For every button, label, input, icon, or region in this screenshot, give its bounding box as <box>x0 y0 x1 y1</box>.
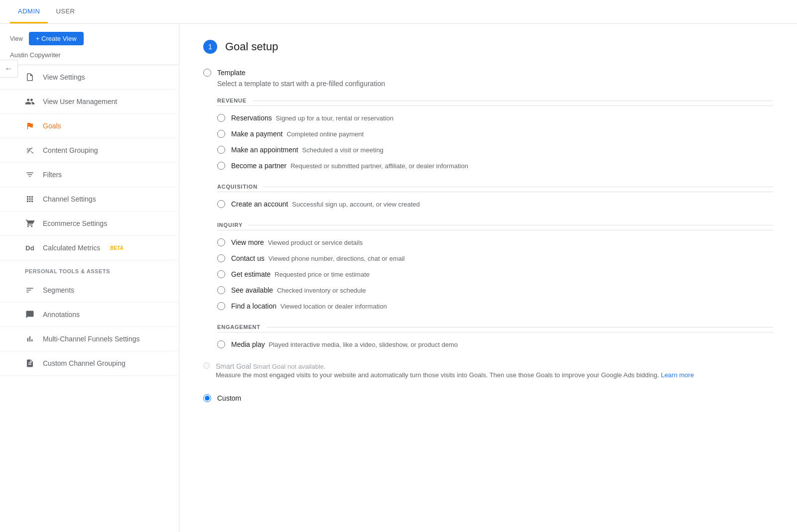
nav-admin[interactable]: ADMIN <box>10 0 48 23</box>
funnels-icon <box>25 334 35 344</box>
become-a-partner-radio[interactable] <box>217 162 225 170</box>
become-a-partner-label: Become a partner <box>231 162 286 170</box>
template-section: Select a template to start with a pre-fi… <box>217 80 773 352</box>
reservations-label: Reservations <box>231 114 272 122</box>
goal-setup-title: Goal setup <box>225 40 278 53</box>
sidebar-header: View + Create View <box>0 24 179 49</box>
sidebar-label-channel-settings: Channel Settings <box>43 195 96 203</box>
see-available-label: See available <box>231 286 273 294</box>
goal-option-see-available: See available Checked inventory or sched… <box>217 282 773 298</box>
back-button[interactable]: ← <box>0 60 18 78</box>
sidebar-item-goals[interactable]: Goals <box>0 114 179 138</box>
sidebar-label-calculated-metrics: Calculated Metrics <box>43 244 100 252</box>
beta-badge: BETA <box>110 245 123 251</box>
smart-goal-note: Smart Goal not available. <box>253 363 326 370</box>
step-badge: 1 <box>203 40 217 54</box>
filter-icon <box>25 170 35 180</box>
top-nav: ADMIN USER <box>0 0 797 24</box>
category-label-revenue: REVENUE <box>217 98 773 106</box>
category-engagement: ENGAGEMENT Media play Played interactive… <box>217 324 773 352</box>
sidebar-label-goals: Goals <box>43 122 61 130</box>
make-a-payment-radio[interactable] <box>217 130 225 138</box>
create-view-button[interactable]: + Create View <box>29 32 84 45</box>
sidebar-item-annotations[interactable]: Annotations <box>0 303 179 327</box>
goal-option-make-a-payment: Make a payment Completed online payment <box>217 126 773 142</box>
custom-radio[interactable] <box>203 394 211 402</box>
goal-option-get-estimate: Get estimate Requested price or time est… <box>217 266 773 282</box>
find-a-location-desc: Viewed location or dealer information <box>280 303 387 310</box>
reservations-radio[interactable] <box>217 114 225 122</box>
category-label-engagement: ENGAGEMENT <box>217 324 773 332</box>
media-play-radio[interactable] <box>217 340 225 348</box>
make-a-payment-label: Make a payment <box>231 130 283 138</box>
view-label: View <box>10 35 23 42</box>
media-play-label: Media play <box>231 340 265 348</box>
goal-option-reservations: Reservations Signed up for a tour, renta… <box>217 110 773 126</box>
main-content: 1 Goal setup Template Select a template … <box>179 24 797 532</box>
find-a-location-radio[interactable] <box>217 302 225 310</box>
annotations-icon <box>25 310 35 319</box>
template-subtitle: Select a template to start with a pre-fi… <box>217 80 773 88</box>
get-estimate-desc: Requested price or time estimate <box>274 271 370 278</box>
account-name: Austin Copywriter <box>0 49 179 65</box>
sidebar-item-ecommerce-settings[interactable]: Ecommerce Settings <box>0 212 179 236</box>
view-more-label: View more <box>231 238 264 246</box>
metrics-icon: Dd <box>25 243 35 253</box>
document-icon <box>25 72 35 82</box>
smart-goal-content: Smart Goal Smart Goal not available. Mea… <box>216 362 694 386</box>
custom-channel-icon <box>25 358 35 368</box>
template-option-row: Template <box>203 66 773 80</box>
back-icon: ← <box>5 64 13 73</box>
sidebar-item-view-settings[interactable]: View Settings <box>0 65 179 90</box>
goal-option-contact-us: Contact us Viewed phone number, directio… <box>217 250 773 266</box>
sidebar-label-content-grouping: Content Grouping <box>43 146 98 154</box>
create-an-account-radio[interactable] <box>217 200 225 208</box>
get-estimate-label: Get estimate <box>231 270 270 278</box>
segments-icon <box>25 285 35 295</box>
goal-option-create-an-account: Create an account Successful sign up, ac… <box>217 196 773 212</box>
sidebar-label-segments: Segments <box>43 286 74 294</box>
smart-goal-label: Smart Goal <box>216 362 251 370</box>
sidebar-label-multi-channel-funnels: Multi-Channel Funnels Settings <box>43 335 140 343</box>
sidebar-item-channel-settings[interactable]: Channel Settings <box>0 187 179 212</box>
create-an-account-label: Create an account <box>231 200 288 208</box>
make-an-appointment-label: Make an appointment <box>231 146 298 154</box>
view-more-radio[interactable] <box>217 238 225 246</box>
sidebar-item-user-management[interactable]: View User Management <box>0 90 179 114</box>
sidebar-item-custom-channel-grouping[interactable]: Custom Channel Grouping <box>0 351 179 376</box>
sidebar-label-custom-channel-grouping: Custom Channel Grouping <box>43 359 126 367</box>
template-label: Template <box>217 69 246 77</box>
personal-tools-section-label: PERSONAL TOOLS & ASSETS <box>0 260 179 278</box>
flag-icon <box>25 121 35 131</box>
goal-option-make-an-appointment: Make an appointment Scheduled a visit or… <box>217 142 773 158</box>
become-a-partner-desc: Requested or submitted partner, affiliat… <box>290 162 468 170</box>
make-an-appointment-desc: Scheduled a visit or meeting <box>302 146 384 154</box>
cart-icon <box>25 218 35 228</box>
smart-goal-desc: Measure the most engaged visits to your … <box>216 370 694 380</box>
sidebar-label-view-settings: View Settings <box>43 73 85 81</box>
custom-option-row: Custom <box>203 394 773 402</box>
sidebar: View + Create View Austin Copywriter ← V… <box>0 24 179 532</box>
sidebar-item-segments[interactable]: Segments <box>0 278 179 303</box>
sidebar-item-calculated-metrics[interactable]: Dd Calculated Metrics BETA <box>0 236 179 260</box>
template-radio[interactable] <box>203 69 211 77</box>
goal-option-media-play: Media play Played interactive media, lik… <box>217 336 773 352</box>
see-available-radio[interactable] <box>217 286 225 294</box>
make-an-appointment-radio[interactable] <box>217 146 225 154</box>
scissors-icon <box>25 145 35 155</box>
sidebar-item-filters[interactable]: Filters <box>0 163 179 187</box>
smart-goal-row: Smart Goal Smart Goal not available. Mea… <box>203 362 773 386</box>
category-revenue: REVENUE Reservations Signed up for a tou… <box>217 98 773 174</box>
category-acquisition: ACQUISITION Create an account Successful… <box>217 184 773 212</box>
goal-option-become-a-partner: Become a partner Requested or submitted … <box>217 158 773 174</box>
smart-goal-radio[interactable] <box>203 362 210 369</box>
contact-us-radio[interactable] <box>217 254 225 262</box>
sidebar-item-multi-channel-funnels[interactable]: Multi-Channel Funnels Settings <box>0 327 179 351</box>
learn-more-link[interactable]: Learn more <box>661 371 694 379</box>
goal-option-view-more: View more Viewed product or service deta… <box>217 234 773 250</box>
nav-user[interactable]: USER <box>48 0 83 23</box>
sidebar-item-content-grouping[interactable]: Content Grouping <box>0 138 179 163</box>
create-an-account-desc: Successful sign up, account, or view cre… <box>292 201 420 208</box>
media-play-desc: Played interactive media, like a video, … <box>269 341 458 348</box>
get-estimate-radio[interactable] <box>217 270 225 278</box>
